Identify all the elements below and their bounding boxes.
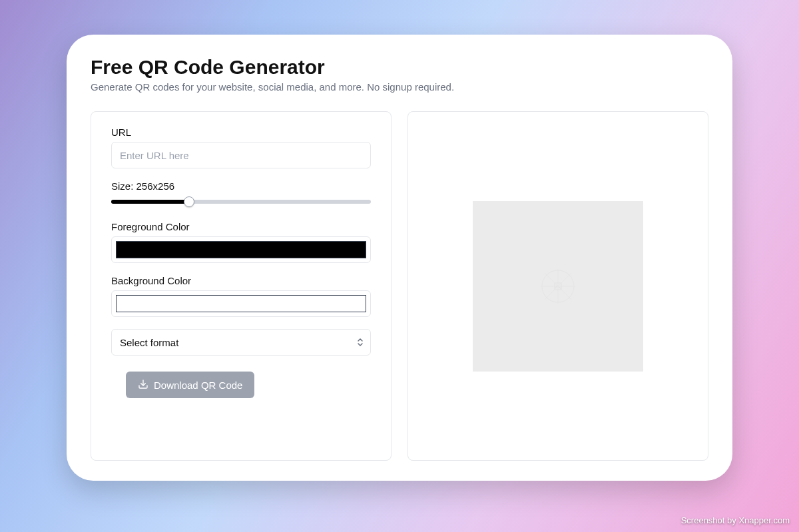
format-select[interactable]: Select format [111,329,371,356]
size-slider[interactable] [111,194,371,209]
size-label: Size: 256x256 [111,180,371,192]
bg-color-input[interactable] [111,290,371,317]
slider-track [111,200,371,204]
bg-color-label: Background Color [111,275,371,286]
qr-preview-placeholder [473,201,643,372]
download-button[interactable]: Download QR Code [126,372,254,398]
url-input[interactable] [111,142,371,168]
url-label: URL [111,127,371,138]
slider-thumb[interactable] [184,196,194,207]
url-field-group: URL [111,127,371,168]
size-field-group: Size: 256x256 [111,180,371,209]
download-button-label: Download QR Code [154,380,242,391]
bg-color-swatch [116,295,366,312]
slider-fill [111,200,189,204]
fg-color-group: Foreground Color [111,221,371,263]
fg-color-swatch [116,241,366,258]
watermark-text: Screenshot by Xnapper.com [681,515,790,525]
format-select-group: Select format [111,329,371,356]
image-placeholder-icon [538,266,578,306]
preview-panel [407,111,708,461]
form-panel: URL Size: 256x256 Foreground Color [91,111,392,461]
page-subtitle: Generate QR codes for your website, soci… [91,81,708,93]
app-window: Free QR Code Generator Generate QR codes… [67,35,732,481]
bg-color-group: Background Color [111,275,371,317]
fg-color-label: Foreground Color [111,221,371,232]
panels-row: URL Size: 256x256 Foreground Color [91,111,708,461]
chevron-up-down-icon [357,337,364,348]
fg-color-input[interactable] [111,236,371,263]
download-icon [138,379,148,392]
format-select-value: Select format [120,337,178,348]
page-title: Free QR Code Generator [91,56,708,79]
